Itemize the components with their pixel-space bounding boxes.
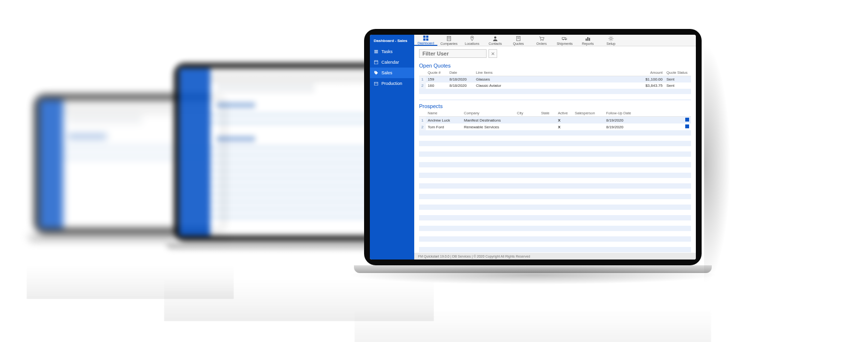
col-date: Date bbox=[448, 69, 474, 76]
check-icon: X bbox=[558, 118, 560, 123]
sidebar-item-sales[interactable]: Sales bbox=[370, 68, 414, 78]
col-quote-number: Quote # bbox=[426, 69, 448, 76]
svg-point-22 bbox=[610, 37, 612, 40]
svg-point-18 bbox=[565, 39, 566, 40]
sidebar-item-label: Production bbox=[381, 81, 402, 86]
col-city: City bbox=[515, 110, 539, 117]
table-row[interactable]: 1 Andrew Luck Manifest Destinations X 8/… bbox=[419, 117, 691, 124]
svg-rect-7 bbox=[448, 39, 449, 40]
svg-point-15 bbox=[542, 40, 543, 41]
tag-icon bbox=[374, 70, 379, 75]
svg-rect-3 bbox=[426, 38, 429, 41]
bars-icon bbox=[585, 36, 591, 41]
check-icon: X bbox=[558, 125, 560, 129]
svg-rect-23 bbox=[374, 50, 378, 51]
sidebar-item-label: Tasks bbox=[381, 49, 393, 54]
list-icon bbox=[374, 49, 379, 54]
truck-icon bbox=[562, 36, 568, 41]
svg-rect-20 bbox=[587, 37, 588, 41]
close-icon: ✕ bbox=[491, 51, 495, 56]
svg-rect-19 bbox=[586, 39, 587, 41]
nav-shipments[interactable]: Shipments bbox=[553, 35, 576, 46]
app-root: Dashboard - Sales DashboardCompaniesLoca… bbox=[370, 35, 696, 260]
table-row[interactable]: 2 Tom Ford Renewable Services X 8/19/202… bbox=[419, 123, 691, 130]
nav-contacts[interactable]: Contacts bbox=[484, 35, 507, 46]
sidebar: TasksCalendarSalesProduction bbox=[370, 46, 414, 260]
sidebar-item-production[interactable]: Production bbox=[370, 78, 414, 89]
table-row[interactable]: 2 160 8/18/2020 Classic Aviator $3,843.7… bbox=[419, 82, 691, 89]
open-quotes-table: Quote # Date Line Items Amount Quote Sta… bbox=[419, 69, 691, 89]
sidebar-item-label: Calendar bbox=[381, 60, 399, 65]
footer-bar: FM Quickstart 19.0.0 | DB Services | © 2… bbox=[414, 253, 696, 260]
building-icon bbox=[446, 36, 452, 41]
doc-icon bbox=[515, 36, 521, 41]
nav-label: Shipments bbox=[556, 42, 572, 45]
table-row[interactable]: 1 159 8/18/2020 Glasses $1,100.00 Sent bbox=[419, 76, 691, 83]
svg-rect-6 bbox=[449, 37, 450, 38]
svg-rect-31 bbox=[374, 82, 378, 85]
svg-point-17 bbox=[563, 39, 564, 40]
open-quotes-section: Open Quotes Quote # Date Line Items Amou… bbox=[414, 60, 696, 100]
nav-quotes[interactable]: Quotes bbox=[507, 35, 530, 46]
footer-text: FM Quickstart 19.0.0 | DB Services | © 2… bbox=[418, 255, 530, 258]
svg-point-14 bbox=[541, 40, 542, 41]
svg-point-10 bbox=[494, 36, 497, 39]
nav-setup[interactable]: Setup bbox=[599, 35, 623, 46]
quotes-empty-rows bbox=[419, 89, 691, 100]
nav-label: Reports bbox=[582, 42, 594, 45]
svg-rect-26 bbox=[374, 61, 378, 64]
svg-rect-1 bbox=[426, 35, 429, 38]
go-icon[interactable] bbox=[685, 124, 689, 128]
svg-rect-5 bbox=[448, 37, 449, 38]
prospects-title: Prospects bbox=[419, 103, 691, 109]
col-name: Name bbox=[426, 110, 462, 117]
laptop-front: Dashboard - Sales DashboardCompaniesLoca… bbox=[364, 29, 702, 265]
svg-rect-0 bbox=[423, 35, 426, 38]
svg-rect-16 bbox=[562, 37, 565, 39]
svg-point-9 bbox=[472, 37, 473, 38]
pin-icon bbox=[469, 36, 475, 41]
nav-reports[interactable]: Reports bbox=[576, 35, 599, 46]
filter-user-input[interactable] bbox=[419, 49, 487, 58]
nav-companies[interactable]: Companies bbox=[437, 35, 461, 46]
col-active: Active bbox=[556, 110, 573, 117]
main-panel: ✕ Open Quotes Quote # bbox=[414, 46, 696, 260]
nav-label: Companies bbox=[440, 42, 457, 45]
calendar-icon bbox=[374, 60, 379, 65]
nav-orders[interactable]: Orders bbox=[530, 35, 553, 46]
col-amount: Amount bbox=[636, 69, 665, 76]
top-bar: Dashboard - Sales DashboardCompaniesLoca… bbox=[370, 35, 696, 46]
prospects-section: Prospects Name Company City State bbox=[414, 100, 696, 130]
box-icon bbox=[374, 81, 379, 86]
sidebar-item-tasks[interactable]: Tasks bbox=[370, 46, 414, 57]
open-quotes-title: Open Quotes bbox=[419, 63, 691, 68]
col-company: Company bbox=[462, 110, 515, 117]
go-icon[interactable] bbox=[685, 118, 689, 122]
svg-rect-24 bbox=[374, 51, 378, 52]
main-nav: DashboardCompaniesLocationsContactsQuote… bbox=[414, 35, 696, 46]
filter-bar: ✕ bbox=[414, 46, 696, 60]
nav-locations[interactable]: Locations bbox=[461, 35, 484, 46]
cart-icon bbox=[539, 36, 544, 41]
sidebar-item-calendar[interactable]: Calendar bbox=[370, 57, 414, 68]
nav-dashboard[interactable]: Dashboard bbox=[414, 35, 437, 46]
nav-label: Dashboard bbox=[418, 41, 434, 45]
sidebar-item-label: Sales bbox=[381, 70, 393, 75]
page-title: Dashboard - Sales bbox=[370, 35, 414, 46]
person-icon bbox=[492, 36, 498, 41]
nav-label: Setup bbox=[607, 42, 615, 45]
nav-label: Orders bbox=[536, 42, 546, 45]
col-salesperson: Salesperson bbox=[573, 110, 604, 117]
col-followup: Follow-Up Date bbox=[604, 110, 636, 117]
col-state: State bbox=[539, 110, 556, 117]
dashboard-icon bbox=[423, 35, 429, 41]
app-body: TasksCalendarSalesProduction ✕ Open Quot… bbox=[370, 46, 696, 260]
svg-rect-2 bbox=[423, 38, 426, 41]
nav-label: Contacts bbox=[488, 42, 502, 45]
svg-rect-21 bbox=[589, 38, 590, 41]
svg-rect-4 bbox=[447, 36, 451, 41]
svg-rect-8 bbox=[449, 39, 450, 40]
filter-clear-button[interactable]: ✕ bbox=[488, 49, 497, 58]
svg-rect-25 bbox=[374, 53, 378, 53]
gear-icon bbox=[608, 36, 614, 41]
